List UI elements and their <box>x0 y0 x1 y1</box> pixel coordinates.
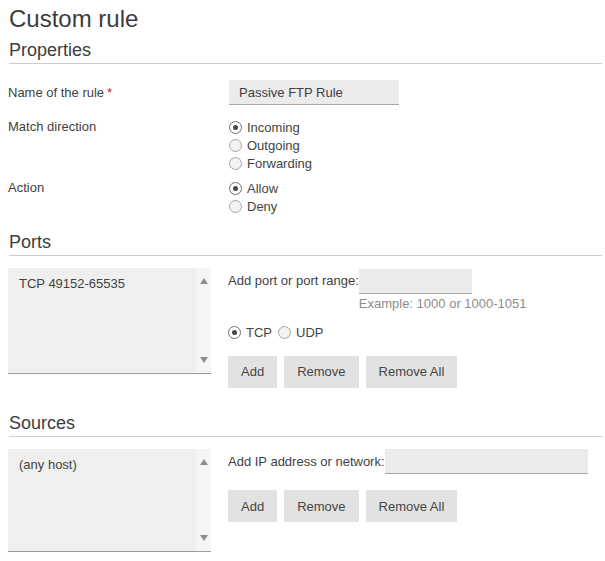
port-example-hint: Example: 1000 or 1000-1051 <box>359 297 527 311</box>
remove-all-sources-button[interactable]: Remove All <box>366 490 458 522</box>
section-heading-sources: Sources <box>9 413 602 437</box>
radio-icon[interactable] <box>229 200 242 213</box>
scroll-down-icon[interactable] <box>200 535 208 541</box>
rule-name-input[interactable] <box>229 80 399 105</box>
radio-icon[interactable] <box>229 121 242 134</box>
add-source-input[interactable] <box>385 449 588 474</box>
section-heading-properties: Properties <box>9 40 602 64</box>
radio-option-label: Forwarding <box>247 156 312 171</box>
radio-option-incoming[interactable]: Incoming <box>229 118 312 136</box>
radio-icon[interactable] <box>278 326 291 339</box>
add-source-label: Add IP address or network: <box>228 449 385 474</box>
radio-option-label: UDP <box>296 325 323 340</box>
radio-option-label: Deny <box>247 199 277 214</box>
add-port-button[interactable]: Add <box>228 356 277 388</box>
section-heading-ports: Ports <box>9 232 602 256</box>
remove-source-button[interactable]: Remove <box>284 490 358 522</box>
ports-panel: Add port or port range: Example: 1000 or… <box>228 268 602 388</box>
sources-buttons: Add Remove Remove All <box>228 490 602 522</box>
radio-option-tcp[interactable]: TCP <box>228 324 272 342</box>
match-direction-options: Incoming Outgoing Forwarding <box>229 118 312 172</box>
action-options: Allow Deny <box>229 179 278 215</box>
add-port-label: Add port or port range: <box>228 268 359 293</box>
ports-buttons: Add Remove Remove All <box>228 356 602 388</box>
sources-panel: Add IP address or network: Add Remove Re… <box>228 449 602 523</box>
sources-row: (any host) Add IP address or network: Ad… <box>8 449 602 552</box>
radio-icon[interactable] <box>228 326 241 339</box>
rule-name-row: Name of the rule* <box>8 80 602 105</box>
radio-option-udp[interactable]: UDP <box>278 324 323 342</box>
rule-name-label-text: Name of the rule <box>8 85 104 100</box>
list-item[interactable]: (any host) <box>8 449 211 472</box>
action-label: Action <box>8 179 229 197</box>
add-port-line: Add port or port range: Example: 1000 or… <box>228 268 602 311</box>
remove-port-button[interactable]: Remove <box>284 356 358 388</box>
radio-option-label: Allow <box>247 181 278 196</box>
listbox-scrollbar[interactable] <box>196 449 211 551</box>
radio-option-label: Outgoing <box>247 138 300 153</box>
match-direction-label: Match direction <box>8 118 229 136</box>
add-source-line: Add IP address or network: <box>228 449 602 475</box>
match-direction-row: Match direction Incoming Outgoing Forwar… <box>8 118 602 172</box>
add-port-input[interactable] <box>359 269 472 294</box>
add-source-input-col <box>385 449 588 474</box>
ports-listbox[interactable]: TCP 49152-65535 <box>8 268 211 374</box>
remove-all-ports-button[interactable]: Remove All <box>366 356 458 388</box>
radio-icon[interactable] <box>229 139 242 152</box>
add-port-input-col: Example: 1000 or 1000-1051 <box>359 269 527 311</box>
radio-icon[interactable] <box>229 157 242 170</box>
radio-option-outgoing[interactable]: Outgoing <box>229 136 312 154</box>
ports-row: TCP 49152-65535 Add port or port range: … <box>8 268 602 388</box>
protocol-options: TCP UDP <box>228 324 602 342</box>
listbox-scrollbar[interactable] <box>196 268 211 373</box>
list-item[interactable]: TCP 49152-65535 <box>8 268 211 291</box>
radio-option-label: Incoming <box>247 120 300 135</box>
radio-option-label: TCP <box>246 325 272 340</box>
radio-option-deny[interactable]: Deny <box>229 197 278 215</box>
scroll-down-icon[interactable] <box>200 357 208 363</box>
required-asterisk: * <box>107 85 112 100</box>
custom-rule-form: Custom rule Properties Name of the rule*… <box>0 0 605 552</box>
scroll-up-icon[interactable] <box>200 278 208 284</box>
radio-option-allow[interactable]: Allow <box>229 179 278 197</box>
rule-name-label: Name of the rule* <box>8 80 229 105</box>
radio-icon[interactable] <box>229 182 242 195</box>
scroll-up-icon[interactable] <box>200 459 208 465</box>
add-source-button[interactable]: Add <box>228 490 277 522</box>
action-row: Action Allow Deny <box>8 179 602 215</box>
page-title: Custom rule <box>9 5 602 33</box>
sources-listbox[interactable]: (any host) <box>8 449 211 552</box>
radio-option-forwarding[interactable]: Forwarding <box>229 154 312 172</box>
